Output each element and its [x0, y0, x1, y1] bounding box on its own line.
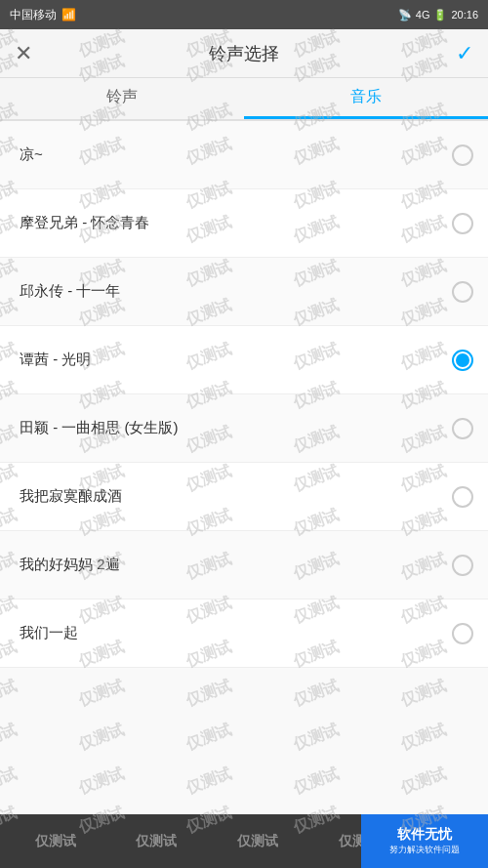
song-title: 邱永传 - 十一年 [20, 282, 120, 301]
song-radio[interactable] [452, 213, 473, 234]
song-list: 凉~ 摩登兄弟 - 怀念青春 邱永传 - 十一年 谭茜 - 光明 田颖 - 一曲… [0, 121, 488, 814]
time-label: 20:16 [451, 9, 478, 21]
song-item[interactable]: 邱永传 - 十一年 [0, 258, 488, 326]
network-icon: 4G [416, 9, 430, 21]
bottom-item-1[interactable]: 仅测试 [35, 833, 76, 850]
song-title: 凉~ [20, 145, 43, 164]
brand-badge: 软件无忧 努力解决软件问题 [361, 814, 488, 868]
song-item[interactable]: 我的好妈妈 2遍 [0, 531, 488, 599]
song-title: 摩登兄弟 - 怀念青春 [20, 214, 149, 232]
song-title: 我们一起 [20, 624, 78, 642]
brand-subtitle: 努力解决软件问题 [389, 844, 460, 856]
song-radio[interactable] [452, 486, 473, 508]
song-radio[interactable] [452, 145, 473, 166]
confirm-button[interactable]: ✓ [456, 41, 473, 66]
song-radio[interactable] [452, 281, 473, 303]
bottom-bar: 仅测试 仅测试 仅测试 仅测试 仅 软件无忧 努力解决软件问题 [0, 814, 488, 868]
song-item[interactable]: 摩登兄弟 - 怀念青春 [0, 189, 488, 258]
song-title: 田颖 - 一曲相思 (女生版) [20, 419, 179, 437]
close-button[interactable]: ✕ [15, 41, 32, 66]
song-radio-selected[interactable] [452, 350, 473, 371]
signal-icon: 📶 [61, 8, 76, 21]
battery-icon: 🔋 [433, 9, 447, 21]
song-radio[interactable] [452, 555, 473, 576]
top-bar: ✕ 铃声选择 ✓ [0, 29, 488, 78]
tab-bar: 铃声 音乐 [0, 78, 488, 121]
bottom-item-2[interactable]: 仅测试 [136, 833, 177, 850]
status-bar: 中国移动 📶 📡 4G 🔋 20:16 [0, 0, 488, 29]
page-title: 铃声选择 [209, 42, 279, 65]
song-radio[interactable] [452, 418, 473, 439]
status-left: 中国移动 📶 [10, 7, 76, 23]
wifi-icon: 📡 [398, 9, 412, 21]
song-title: 我的好妈妈 2遍 [20, 556, 120, 574]
brand-title: 软件无忧 [397, 826, 452, 844]
song-title: 谭茜 - 光明 [20, 351, 91, 369]
carrier-label: 中国移动 [10, 7, 57, 23]
status-right: 📡 4G 🔋 20:16 [398, 9, 478, 21]
tab-ringtone[interactable]: 铃声 [0, 78, 244, 119]
song-radio[interactable] [452, 623, 473, 644]
song-item[interactable]: 谭茜 - 光明 [0, 326, 488, 394]
song-item[interactable]: 我把寂寞酿成酒 [0, 463, 488, 531]
content-area: 凉~ 摩登兄弟 - 怀念青春 邱永传 - 十一年 谭茜 - 光明 田颖 - 一曲… [0, 121, 488, 814]
song-item[interactable]: 凉~ [0, 121, 488, 189]
bottom-item-3[interactable]: 仅测试 [237, 833, 278, 850]
tab-music[interactable]: 音乐 [244, 78, 488, 119]
song-item[interactable]: 田颖 - 一曲相思 (女生版) [0, 394, 488, 463]
song-title: 我把寂寞酿成酒 [20, 487, 122, 506]
song-item[interactable]: 我们一起 [0, 599, 488, 668]
